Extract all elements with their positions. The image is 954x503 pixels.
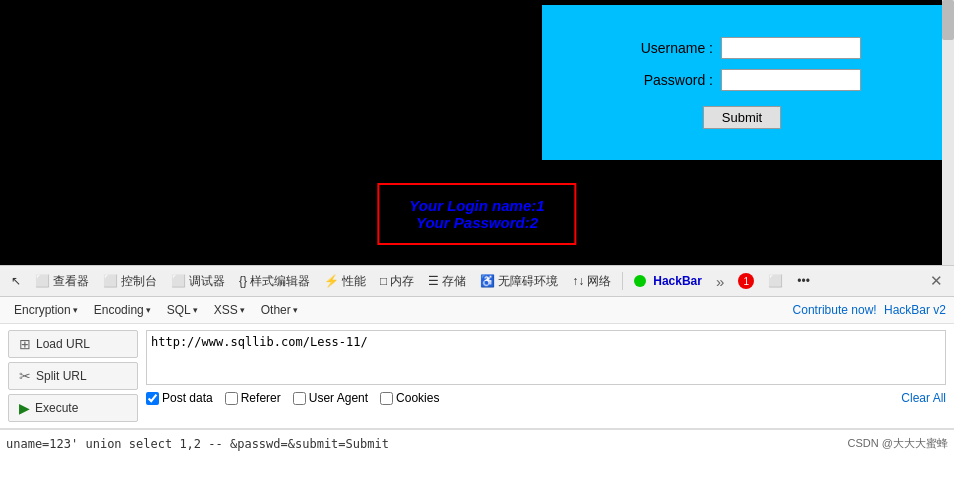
- sql-caret: ▾: [193, 305, 198, 315]
- referer-label: Referer: [241, 391, 281, 405]
- devtools-close-button[interactable]: ✕: [925, 270, 948, 292]
- devtools-pointer[interactable]: ↖: [6, 272, 26, 290]
- hackbar-dot-icon: [634, 275, 646, 287]
- menu-encryption[interactable]: Encryption ▾: [8, 301, 84, 319]
- menu-other[interactable]: Other ▾: [255, 301, 304, 319]
- style-editor-icon: {}: [239, 274, 247, 288]
- user-agent-label: User Agent: [309, 391, 368, 405]
- bottom-input-bar: CSDN @大大大蜜蜂: [0, 429, 954, 457]
- referer-checkbox[interactable]: [225, 392, 238, 405]
- user-agent-option[interactable]: User Agent: [293, 391, 368, 405]
- browser-content: Username : Password : Submit Your Login …: [0, 0, 954, 265]
- url-textarea[interactable]: [146, 330, 946, 385]
- clear-all-button[interactable]: Clear All: [901, 391, 946, 405]
- referer-option[interactable]: Referer: [225, 391, 281, 405]
- console-icon: ⬜: [103, 274, 118, 288]
- menu-encoding[interactable]: Encoding ▾: [88, 301, 157, 319]
- memory-label: 内存: [390, 273, 414, 290]
- execute-button[interactable]: ▶ Execute: [8, 394, 138, 422]
- cookies-option[interactable]: Cookies: [380, 391, 439, 405]
- hackbar-version-text: HackBar v2: [884, 303, 946, 317]
- encoding-caret: ▾: [146, 305, 151, 315]
- accessibility-label: 无障碍环境: [498, 273, 558, 290]
- login-result-box: Your Login name:1 Your Password:2: [377, 183, 576, 245]
- hackbar-menu-bar: Encryption ▾ Encoding ▾ SQL ▾ XSS ▾ Othe…: [0, 297, 954, 324]
- storage-icon: ☰: [428, 274, 439, 288]
- login-result-line2: Your Password:2: [409, 214, 544, 231]
- password-input[interactable]: [721, 69, 861, 91]
- console-label: 控制台: [121, 273, 157, 290]
- username-label: Username :: [623, 40, 713, 56]
- debugger-label: 调试器: [189, 273, 225, 290]
- memory-icon: □: [380, 274, 387, 288]
- sql-input[interactable]: [6, 437, 848, 451]
- cookies-label: Cookies: [396, 391, 439, 405]
- devtools-toolbar: ↖ ⬜ 查看器 ⬜ 控制台 ⬜ 调试器 {} 样式编辑器 ⚡ 性能 □ 内存 ☰…: [0, 265, 954, 297]
- inspector-label: 查看器: [53, 273, 89, 290]
- load-url-icon: ⊞: [19, 336, 31, 352]
- submit-button[interactable]: Submit: [703, 106, 781, 129]
- more-icon: »: [716, 273, 724, 290]
- load-url-label: Load URL: [36, 337, 90, 351]
- inspector-icon: ⬜: [35, 274, 50, 288]
- sql-label: SQL: [167, 303, 191, 317]
- devtools-inspector[interactable]: ⬜ 查看器: [30, 271, 94, 292]
- close-icon: ✕: [930, 272, 943, 290]
- xss-caret: ▾: [240, 305, 245, 315]
- cookies-checkbox[interactable]: [380, 392, 393, 405]
- post-data-label: Post data: [162, 391, 213, 405]
- devtools-memory[interactable]: □ 内存: [375, 271, 419, 292]
- post-data-option[interactable]: Post data: [146, 391, 213, 405]
- devtools-network[interactable]: ↑↓ 网络: [567, 271, 616, 292]
- execute-label: Execute: [35, 401, 78, 415]
- encryption-caret: ▾: [73, 305, 78, 315]
- devtools-console[interactable]: ⬜ 控制台: [98, 271, 162, 292]
- toolbar-separator: [622, 272, 623, 290]
- password-row: Password :: [623, 69, 861, 91]
- password-label: Password :: [623, 72, 713, 88]
- ellipsis-icon: •••: [797, 274, 810, 288]
- hackbar-panel: Encryption ▾ Encoding ▾ SQL ▾ XSS ▾ Othe…: [0, 297, 954, 429]
- login-result-line1: Your Login name:1: [409, 197, 544, 214]
- menu-sql[interactable]: SQL ▾: [161, 301, 204, 319]
- username-input[interactable]: [721, 37, 861, 59]
- hackbar-main-area: ⊞ Load URL ✂ Split URL ▶ Execute Post da…: [0, 324, 954, 428]
- encryption-label: Encryption: [14, 303, 71, 317]
- performance-icon: ⚡: [324, 274, 339, 288]
- pointer-icon: ↖: [11, 274, 21, 288]
- debugger-icon: ⬜: [171, 274, 186, 288]
- hackbar-tool-label: HackBar: [653, 274, 702, 288]
- network-label: 网络: [587, 273, 611, 290]
- load-url-button[interactable]: ⊞ Load URL: [8, 330, 138, 358]
- responsive-design-button[interactable]: ⬜: [763, 272, 788, 290]
- execute-icon: ▶: [19, 400, 30, 416]
- encoding-label: Encoding: [94, 303, 144, 317]
- user-agent-checkbox[interactable]: [293, 392, 306, 405]
- devtools-accessibility[interactable]: ♿ 无障碍环境: [475, 271, 563, 292]
- hackbar-url-area: Post data Referer User Agent Cookies Cle…: [146, 330, 946, 422]
- other-caret: ▾: [293, 305, 298, 315]
- accessibility-icon: ♿: [480, 274, 495, 288]
- notification-badge: 1: [738, 273, 754, 289]
- network-icon: ↑↓: [572, 274, 584, 288]
- hackbar-action-buttons: ⊞ Load URL ✂ Split URL ▶ Execute: [8, 330, 138, 422]
- hackbar-tool[interactable]: HackBar: [629, 272, 707, 290]
- split-url-label: Split URL: [36, 369, 87, 383]
- scrollbar[interactable]: [942, 0, 954, 265]
- devtools-performance[interactable]: ⚡ 性能: [319, 271, 371, 292]
- menu-xss[interactable]: XSS ▾: [208, 301, 251, 319]
- notification-button[interactable]: 1: [733, 271, 759, 291]
- contribute-button[interactable]: Contribute now! HackBar v2: [793, 303, 946, 317]
- devtools-debugger[interactable]: ⬜ 调试器: [166, 271, 230, 292]
- performance-label: 性能: [342, 273, 366, 290]
- split-url-button[interactable]: ✂ Split URL: [8, 362, 138, 390]
- storage-label: 存储: [442, 273, 466, 290]
- split-url-icon: ✂: [19, 368, 31, 384]
- devtools-more-button[interactable]: »: [711, 271, 729, 292]
- style-editor-label: 样式编辑器: [250, 273, 310, 290]
- post-data-checkbox[interactable]: [146, 392, 159, 405]
- ellipsis-menu-button[interactable]: •••: [792, 272, 815, 290]
- scrollbar-thumb[interactable]: [942, 0, 954, 40]
- devtools-storage[interactable]: ☰ 存储: [423, 271, 471, 292]
- devtools-style-editor[interactable]: {} 样式编辑器: [234, 271, 315, 292]
